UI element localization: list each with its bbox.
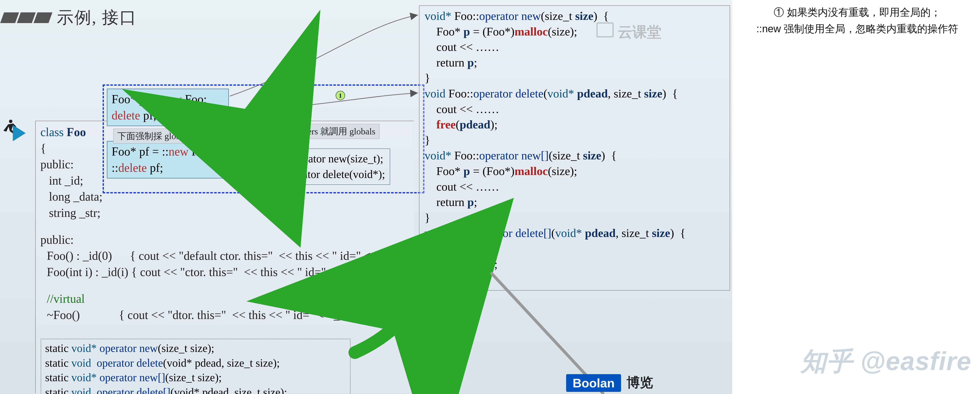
annotation-line: ::new 强制使用全局，忽略类内重载的操作符 xyxy=(740,21,975,37)
code-line: } xyxy=(425,272,724,288)
code-line: void ::operator delete(void*); xyxy=(254,167,385,182)
callout-number-icon: 1 xyxy=(336,91,345,100)
code-line: static void* operator new(size_t size); xyxy=(45,341,346,356)
code-line: Foo* p = (Foo*)malloc(size); xyxy=(425,164,724,179)
code-line: cout << …… xyxy=(425,179,724,195)
boolan-badge: Boolan xyxy=(566,374,621,392)
code-line: static void operator delete(void* pdead,… xyxy=(45,356,346,370)
code-line: Foo() : _id(0) { cout << "default ctor. … xyxy=(40,248,409,264)
reader-annotation: ① 如果类内没有重载，即用全局的； ::new 强制使用全局，忽略类内重载的操作… xyxy=(738,0,977,41)
code-line: void* Foo::operator new[](size_t size) { xyxy=(425,148,724,164)
title-bar: 示例, 接口 xyxy=(0,6,137,29)
annotation-line: ① 如果类内没有重载，即用全局的； xyxy=(740,4,975,21)
code-line: cout << …… xyxy=(425,241,724,257)
global-ops-box: void* ::operator new(size_t); void ::ope… xyxy=(249,148,390,185)
code-line: void* Foo::operator new(size_t size) { xyxy=(425,8,724,24)
code-line: } xyxy=(425,210,724,226)
code-line: string _str; xyxy=(40,205,409,221)
code-line: ::delete pf; xyxy=(111,160,224,176)
cloud-class-watermark: 云课堂 xyxy=(618,22,662,42)
runner-arrow-icon xyxy=(13,125,25,141)
code-line: cout << …… xyxy=(425,102,724,117)
impl-code-box: void* Foo::operator new(size_t size) { F… xyxy=(419,5,730,291)
code-line: public: xyxy=(40,232,409,248)
blue-pane-bot: Foo* pf = ::new Foo; ::delete pf; xyxy=(107,141,229,178)
boolan-cn: 博览 xyxy=(627,373,653,391)
code-line: void Foo::operator delete[](void* pdead,… xyxy=(425,226,724,241)
code-line: } xyxy=(425,132,724,148)
code-line: cout << …… xyxy=(425,39,724,55)
code-line: Foo* p = (Foo*)malloc(size); xyxy=(425,24,724,40)
code-line: delete pf; xyxy=(111,108,224,124)
title-accent xyxy=(2,13,51,23)
code-line: static void operator delete[](void* pdea… xyxy=(45,385,346,394)
code-line: Foo* pf = ::new Foo; xyxy=(111,144,224,160)
zhihu-watermark: 知乎 @easfire xyxy=(801,344,972,379)
blue-pane-top: Foo* pf = new Foo; delete pf; xyxy=(107,89,229,126)
slide-canvas: 示例, 接口 class Foo { public: int _id; long… xyxy=(0,0,732,394)
code-line: void Foo::operator delete(void* pdead, s… xyxy=(425,86,724,102)
code-line: Foo(int i) : _id(i) { cout << "ctor. thi… xyxy=(40,264,409,280)
code-line: //virtual xyxy=(40,291,409,307)
code-line: free(pdead); xyxy=(425,117,724,132)
code-line: Foo* pf = new Foo; xyxy=(111,91,224,108)
code-line: return p; xyxy=(425,55,724,70)
code-line: static void* operator new[](size_t size)… xyxy=(45,370,346,385)
code-line: free(pdead); xyxy=(425,257,724,272)
static-ops-box: static void* operator new(size_t size); … xyxy=(41,338,351,394)
code-line: return p; xyxy=(425,194,724,210)
label-forced-global: 下面强制採 globals xyxy=(113,129,194,144)
code-line: } xyxy=(425,70,724,86)
cloud-logo-icon xyxy=(597,22,614,37)
code-line: ~Foo() { cout << "dtor. this=" << this <… xyxy=(40,307,409,323)
code-line: void* ::operator new(size_t); xyxy=(254,151,385,167)
label-fallback-global: 若無 members 就調用 globals xyxy=(261,124,379,139)
slide-title: 示例, 接口 xyxy=(57,6,137,29)
